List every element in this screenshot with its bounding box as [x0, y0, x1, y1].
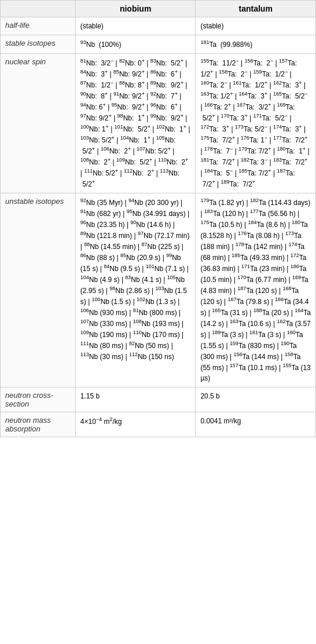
unstable-isotopes-tantalum: 179Ta (1.82 yr) | 182Ta (114.43 days) | … — [196, 193, 316, 387]
neutron-cross-section-niobium: 1.15 b — [75, 387, 196, 412]
nuclear-spin-tantalum: 155Ta: 11/2− | 156Ta: 2− | 157Ta: 1/2+ |… — [196, 54, 316, 193]
tantalum-header: tantalum — [196, 1, 316, 17]
stable-isotopes-niobium: 93Nb (100%) — [75, 35, 196, 54]
neutron-cross-section-tantalum: 20.5 b — [196, 387, 316, 412]
half-life-niobium: (stable) — [75, 17, 196, 35]
corner-header — [1, 1, 76, 17]
neutron-mass-absorption-tantalum: 0.0041 m²/kg — [196, 412, 316, 437]
stable-isotopes-label: stable isotopes — [1, 35, 76, 54]
table-row: neutron cross-section 1.15 b 20.5 b — [1, 387, 316, 412]
neutron-mass-absorption-niobium: 4×10−4 m2/kg — [75, 412, 196, 437]
unstable-isotopes-label: unstable isotopes — [1, 193, 76, 387]
unstable-isotopes-niobium: 92Nb (35 Myr) | 94Nb (20 300 yr) | 91Nb … — [75, 193, 196, 387]
table-row: stable isotopes 93Nb (100%) 181Ta (99.98… — [1, 35, 316, 54]
table-row: nuclear spin 81Nb: 3/2− | 82Nb: 0+ | 83N… — [1, 54, 316, 193]
half-life-tantalum: (stable) — [196, 17, 316, 35]
stable-isotopes-tantalum: 181Ta (99.988%) — [196, 35, 316, 54]
half-life-label: half-life — [1, 17, 76, 35]
table-row: half-life (stable) (stable) — [1, 17, 316, 35]
niobium-header: niobium — [75, 1, 196, 17]
table-row: unstable isotopes 92Nb (35 Myr) | 94Nb (… — [1, 193, 316, 387]
nuclear-spin-niobium: 81Nb: 3/2− | 82Nb: 0+ | 83Nb: 5/2+ | 84N… — [75, 54, 196, 193]
neutron-mass-absorption-label: neutron mass absorption — [1, 412, 76, 437]
nuclear-spin-label: nuclear spin — [1, 54, 76, 193]
table-row: neutron mass absorption 4×10−4 m2/kg 0.0… — [1, 412, 316, 437]
neutron-cross-section-label: neutron cross-section — [1, 387, 76, 412]
